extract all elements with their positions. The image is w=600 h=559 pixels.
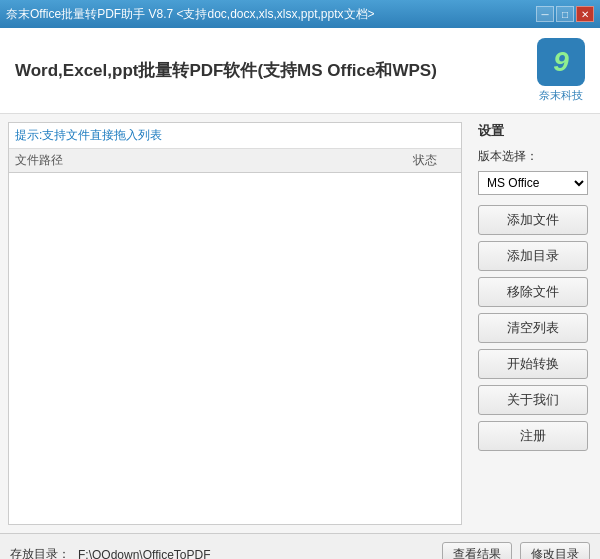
- header: Word,Excel,ppt批量转PDF软件(支持MS Office和WPS) …: [0, 28, 600, 114]
- title-bar: 奈末Office批量转PDF助手 V8.7 <支持doc,docx,xls,xl…: [0, 0, 600, 28]
- register-button[interactable]: 注册: [478, 421, 588, 451]
- file-list-body: [9, 173, 461, 524]
- file-table-header: 文件路径 状态: [9, 149, 461, 173]
- main-container: 提示:支持文件直接拖入列表 文件路径 状态 设置 版本选择： MS Office…: [0, 114, 600, 533]
- maximize-button[interactable]: □: [556, 6, 574, 22]
- title-bar-text: 奈末Office批量转PDF助手 V8.7 <支持doc,docx,xls,xl…: [6, 6, 375, 23]
- save-dir-path: F:\QQdown\OfficeToPDF: [78, 548, 434, 560]
- logo-company: 奈末科技: [539, 88, 583, 103]
- col-status-header: 状态: [395, 152, 455, 169]
- close-button[interactable]: ✕: [576, 6, 594, 22]
- settings-title: 设置: [478, 122, 592, 140]
- about-button[interactable]: 关于我们: [478, 385, 588, 415]
- logo-circle: 9: [537, 38, 585, 86]
- file-area-hint: 提示:支持文件直接拖入列表: [9, 123, 461, 149]
- version-select[interactable]: MS Office WPS: [478, 171, 588, 195]
- settings-panel: 设置 版本选择： MS Office WPS 添加文件 添加目录 移除文件 清空…: [470, 114, 600, 533]
- window-controls: ─ □ ✕: [536, 6, 594, 22]
- add-dir-button[interactable]: 添加目录: [478, 241, 588, 271]
- remove-file-button[interactable]: 移除文件: [478, 277, 588, 307]
- logo-number: 9: [553, 46, 569, 78]
- clear-list-button[interactable]: 清空列表: [478, 313, 588, 343]
- modify-dir-button[interactable]: 修改目录: [520, 542, 590, 560]
- view-results-button[interactable]: 查看结果: [442, 542, 512, 560]
- bottom-bar: 存放目录： F:\QQdown\OfficeToPDF 查看结果 修改目录: [0, 533, 600, 559]
- version-label: 版本选择：: [478, 148, 592, 165]
- start-convert-button[interactable]: 开始转换: [478, 349, 588, 379]
- app-title: Word,Excel,ppt批量转PDF软件(支持MS Office和WPS): [15, 59, 527, 82]
- save-dir-label: 存放目录：: [10, 546, 70, 559]
- file-area: 提示:支持文件直接拖入列表 文件路径 状态: [8, 122, 462, 525]
- logo-area: 9 奈末科技: [537, 38, 585, 103]
- minimize-button[interactable]: ─: [536, 6, 554, 22]
- add-file-button[interactable]: 添加文件: [478, 205, 588, 235]
- col-path-header: 文件路径: [15, 152, 395, 169]
